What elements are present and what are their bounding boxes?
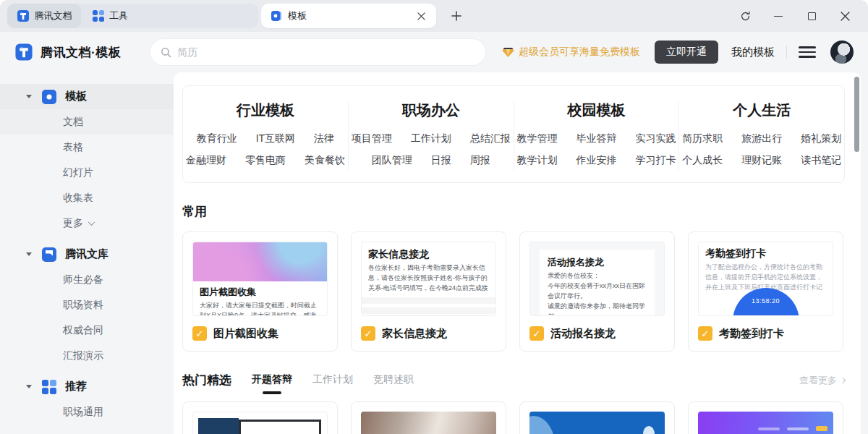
form-badge-icon: ✓: [529, 326, 544, 341]
page-header: 腾讯文档·模板 超级会员可享海量免费模板 立即开通 我的模板: [0, 32, 868, 72]
my-templates-link[interactable]: 我的模板: [731, 46, 775, 59]
category-link[interactable]: 毕业答辩: [576, 127, 616, 149]
tab-templates-active[interactable]: 模板: [261, 4, 436, 28]
header-divider: [786, 46, 787, 59]
sidebar-item-more[interactable]: 更多: [0, 210, 174, 236]
preview-title: 考勤签到打卡: [705, 247, 826, 260]
search-box[interactable]: [150, 38, 486, 66]
category-link[interactable]: 金融理财: [186, 149, 226, 171]
category-link[interactable]: 总结汇报: [470, 127, 511, 149]
category-link[interactable]: 学习打卡: [635, 149, 676, 171]
category-title: 个人生活: [679, 101, 844, 120]
hot-template-card[interactable]: [182, 401, 338, 434]
preview-list-row: [362, 297, 495, 304]
vip-promo-link[interactable]: 超级会员可享海量免费模板: [502, 46, 640, 59]
minimize-button[interactable]: [773, 10, 784, 22]
tab-tencent-docs[interactable]: 腾讯文档: [7, 4, 81, 28]
hot-tabs: 开题答辩 工作计划 竞聘述职: [252, 373, 414, 388]
hot-template-card[interactable]: [519, 401, 675, 434]
category-link[interactable]: 婚礼策划: [801, 127, 841, 149]
category-link[interactable]: 教育行业: [197, 127, 237, 149]
sidebar-group-recommended[interactable]: 推荐: [0, 374, 174, 399]
category-link[interactable]: 实习实践: [635, 127, 676, 149]
template-thumbnail: 家长信息接龙 各位家长好，因电子考勤需要录入家长信息，请各位家长按照孩子姓名-你…: [361, 242, 496, 316]
category-link[interactable]: 简历求职: [682, 127, 723, 149]
template-card-parent-info[interactable]: 家长信息接龙 各位家长好，因电子考勤需要录入家长信息，请各位家长按照孩子姓名-你…: [351, 231, 506, 352]
category-link[interactable]: 美食餐饮: [305, 149, 345, 171]
collapse-triangle-icon: [26, 95, 32, 98]
section-title-hot: 热门精选: [182, 372, 231, 388]
hot-cards-row: [182, 401, 845, 434]
template-name: 家长信息接龙: [382, 327, 447, 341]
category-title: 行业模板: [183, 101, 348, 120]
template-name: 活动报名接龙: [550, 327, 616, 341]
sidebar-item-workplace-docs[interactable]: 职场资料: [0, 292, 174, 318]
scrollbar[interactable]: [854, 77, 859, 152]
hot-tab-competition[interactable]: 竞聘述职: [373, 373, 414, 388]
app-window: 腾讯文档 工具 模板: [0, 0, 868, 434]
category-campus: 校园模板 教学管理 毕业答辩 实习实践 教学计划 作业安排 学习打卡: [514, 101, 679, 171]
category-link[interactable]: 教学计划: [516, 149, 557, 171]
preview-title: 图片截图收集: [200, 286, 320, 299]
refresh-button[interactable]: [739, 10, 751, 22]
upgrade-button[interactable]: 立即开通: [655, 41, 718, 64]
app-logo: 腾讯文档·模板: [14, 43, 121, 61]
sidebar-item-forms[interactable]: 收集表: [0, 185, 174, 210]
sidebar-item-sheets[interactable]: 表格: [0, 135, 174, 160]
category-link[interactable]: 作业安排: [576, 149, 616, 171]
category-link[interactable]: 团队管理: [372, 149, 412, 171]
see-more-link[interactable]: 查看更多: [799, 374, 845, 387]
search-input[interactable]: [177, 46, 475, 58]
chevron-right-icon: [840, 377, 846, 383]
new-tab-button[interactable]: [448, 7, 465, 25]
sidebar-item-docs[interactable]: 文档: [0, 109, 174, 135]
sidebar-group-library[interactable]: 腾讯文库: [0, 242, 174, 267]
close-window-button[interactable]: [839, 10, 851, 22]
sidebar-item-slides[interactable]: 幻灯片: [0, 160, 174, 185]
category-link[interactable]: 读书笔记: [801, 149, 841, 171]
hot-tab-workplan[interactable]: 工作计划: [312, 373, 353, 388]
clock-time: 13:58:20: [733, 297, 799, 305]
category-link[interactable]: 零售电商: [245, 149, 286, 171]
template-card-event-signup[interactable]: 活动报名接龙 亲爱的各位校友： 今年的校友会将于xx月xx日在国际会议厅举行。 …: [519, 231, 675, 352]
category-link[interactable]: 周报: [470, 149, 490, 171]
sidebar-item-contracts[interactable]: 权威合同: [0, 318, 174, 343]
template-thumbnail: [698, 412, 833, 434]
category-industry: 行业模板 教育行业 IT互联网 法律 金融理财 零售电商 美食餐饮: [183, 101, 348, 171]
preview-title: 活动报名接龙: [548, 256, 647, 269]
tab-tools[interactable]: 工具: [81, 9, 258, 22]
hot-template-card[interactable]: [688, 401, 843, 434]
thumbnail-shape: [198, 418, 239, 434]
hot-template-card[interactable]: [351, 401, 506, 434]
sidebar-item-presentations[interactable]: 汇报演示: [0, 343, 174, 368]
category-link[interactable]: 理财记账: [741, 149, 782, 171]
sidebar-item-label: 文档: [63, 116, 83, 129]
category-link[interactable]: 旅游出行: [741, 127, 782, 149]
template-thumbnail: 图片截图收集 大家好，请大家每日提交截图，时间截止到X月X日晚9点，请大家及时提…: [192, 242, 328, 316]
library-icon: [42, 247, 56, 262]
category-link[interactable]: 工作计划: [411, 127, 451, 149]
tencent-docs-logo-icon: [17, 9, 30, 22]
sidebar-group-templates[interactable]: 模板: [0, 84, 174, 109]
category-link[interactable]: IT互联网: [256, 127, 295, 149]
sidebar-item-label: 权威合同: [63, 324, 103, 337]
form-badge-icon: ✓: [698, 326, 712, 341]
section-title-common: 常用: [182, 203, 845, 220]
template-card-screenshot-collect[interactable]: 图片截图收集 大家好，请大家每日提交截图，时间截止到X月X日晚9点，请大家及时提…: [182, 231, 338, 352]
hot-tab-defense[interactable]: 开题答辩: [252, 373, 292, 388]
avatar[interactable]: [830, 41, 854, 64]
menu-icon[interactable]: [799, 43, 816, 61]
template-card-attendance[interactable]: 考勤签到打卡 为了配合远程办公，方便统计各位的考勤信息，请提前开启手机的定位系统…: [688, 231, 843, 352]
sidebar-item-teachers[interactable]: 师生必备: [0, 267, 174, 292]
category-link[interactable]: 个人成长: [682, 149, 723, 171]
maximize-button[interactable]: [806, 10, 817, 22]
sidebar-item-workplace-general[interactable]: 职场通用: [0, 399, 174, 425]
category-link[interactable]: 项目管理: [352, 127, 392, 149]
category-link[interactable]: 教学管理: [516, 127, 557, 149]
category-link[interactable]: 法律: [314, 127, 334, 149]
tab-close-icon[interactable]: [414, 9, 427, 22]
category-link[interactable]: 日报: [431, 149, 451, 171]
template-doc-icon: [270, 9, 283, 22]
preview-title: 家长信息接龙: [368, 248, 489, 261]
category-office: 职场办公 项目管理 工作计划 总结汇报 团队管理 日报 周报: [348, 101, 514, 171]
